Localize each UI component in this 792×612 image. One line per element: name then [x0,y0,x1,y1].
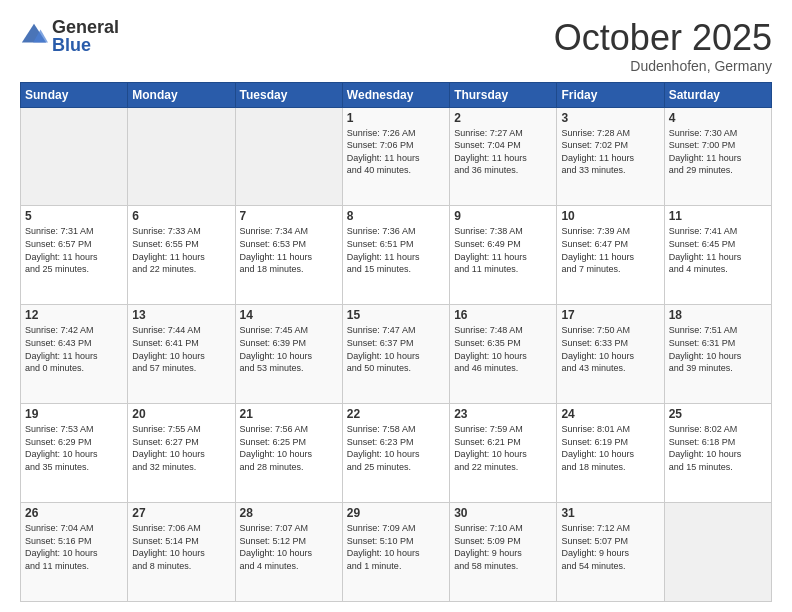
day-info-6: Sunrise: 7:33 AM Sunset: 6:55 PM Dayligh… [132,225,230,275]
cell-0-2 [235,107,342,206]
day-info-17: Sunrise: 7:50 AM Sunset: 6:33 PM Dayligh… [561,324,659,374]
day-info-9: Sunrise: 7:38 AM Sunset: 6:49 PM Dayligh… [454,225,552,275]
cell-3-0: 19Sunrise: 7:53 AM Sunset: 6:29 PM Dayli… [21,404,128,503]
logo-general-text: General [52,18,119,36]
cell-0-5: 3Sunrise: 7:28 AM Sunset: 7:02 PM Daylig… [557,107,664,206]
location: Dudenhofen, Germany [554,58,772,74]
day-number-14: 14 [240,308,338,322]
month-title: October 2025 [554,18,772,58]
day-info-31: Sunrise: 7:12 AM Sunset: 5:07 PM Dayligh… [561,522,659,572]
col-friday: Friday [557,82,664,107]
header: General Blue October 2025 Dudenhofen, Ge… [20,18,772,74]
day-info-8: Sunrise: 7:36 AM Sunset: 6:51 PM Dayligh… [347,225,445,275]
day-info-12: Sunrise: 7:42 AM Sunset: 6:43 PM Dayligh… [25,324,123,374]
day-number-9: 9 [454,209,552,223]
day-number-4: 4 [669,111,767,125]
day-info-18: Sunrise: 7:51 AM Sunset: 6:31 PM Dayligh… [669,324,767,374]
day-number-1: 1 [347,111,445,125]
day-number-16: 16 [454,308,552,322]
cell-3-6: 25Sunrise: 8:02 AM Sunset: 6:18 PM Dayli… [664,404,771,503]
day-number-19: 19 [25,407,123,421]
day-info-20: Sunrise: 7:55 AM Sunset: 6:27 PM Dayligh… [132,423,230,473]
logo-icon [20,22,48,50]
day-info-14: Sunrise: 7:45 AM Sunset: 6:39 PM Dayligh… [240,324,338,374]
cell-3-2: 21Sunrise: 7:56 AM Sunset: 6:25 PM Dayli… [235,404,342,503]
day-info-10: Sunrise: 7:39 AM Sunset: 6:47 PM Dayligh… [561,225,659,275]
day-number-7: 7 [240,209,338,223]
cell-2-3: 15Sunrise: 7:47 AM Sunset: 6:37 PM Dayli… [342,305,449,404]
title-block: October 2025 Dudenhofen, Germany [554,18,772,74]
day-info-26: Sunrise: 7:04 AM Sunset: 5:16 PM Dayligh… [25,522,123,572]
col-thursday: Thursday [450,82,557,107]
cell-1-4: 9Sunrise: 7:38 AM Sunset: 6:49 PM Daylig… [450,206,557,305]
day-number-6: 6 [132,209,230,223]
week-row-2: 12Sunrise: 7:42 AM Sunset: 6:43 PM Dayli… [21,305,772,404]
cell-0-4: 2Sunrise: 7:27 AM Sunset: 7:04 PM Daylig… [450,107,557,206]
day-number-2: 2 [454,111,552,125]
day-info-3: Sunrise: 7:28 AM Sunset: 7:02 PM Dayligh… [561,127,659,177]
day-number-25: 25 [669,407,767,421]
day-number-30: 30 [454,506,552,520]
day-number-15: 15 [347,308,445,322]
cell-3-4: 23Sunrise: 7:59 AM Sunset: 6:21 PM Dayli… [450,404,557,503]
cell-3-5: 24Sunrise: 8:01 AM Sunset: 6:19 PM Dayli… [557,404,664,503]
day-number-8: 8 [347,209,445,223]
col-monday: Monday [128,82,235,107]
col-tuesday: Tuesday [235,82,342,107]
day-number-11: 11 [669,209,767,223]
col-wednesday: Wednesday [342,82,449,107]
logo-blue-text: Blue [52,36,119,54]
week-row-1: 5Sunrise: 7:31 AM Sunset: 6:57 PM Daylig… [21,206,772,305]
cell-1-0: 5Sunrise: 7:31 AM Sunset: 6:57 PM Daylig… [21,206,128,305]
day-info-16: Sunrise: 7:48 AM Sunset: 6:35 PM Dayligh… [454,324,552,374]
day-number-27: 27 [132,506,230,520]
cell-2-0: 12Sunrise: 7:42 AM Sunset: 6:43 PM Dayli… [21,305,128,404]
cell-4-4: 30Sunrise: 7:10 AM Sunset: 5:09 PM Dayli… [450,503,557,602]
cell-4-1: 27Sunrise: 7:06 AM Sunset: 5:14 PM Dayli… [128,503,235,602]
week-row-0: 1Sunrise: 7:26 AM Sunset: 7:06 PM Daylig… [21,107,772,206]
day-info-15: Sunrise: 7:47 AM Sunset: 6:37 PM Dayligh… [347,324,445,374]
day-number-18: 18 [669,308,767,322]
cell-1-6: 11Sunrise: 7:41 AM Sunset: 6:45 PM Dayli… [664,206,771,305]
day-info-13: Sunrise: 7:44 AM Sunset: 6:41 PM Dayligh… [132,324,230,374]
day-info-7: Sunrise: 7:34 AM Sunset: 6:53 PM Dayligh… [240,225,338,275]
day-number-20: 20 [132,407,230,421]
day-info-30: Sunrise: 7:10 AM Sunset: 5:09 PM Dayligh… [454,522,552,572]
day-number-3: 3 [561,111,659,125]
day-number-17: 17 [561,308,659,322]
day-info-28: Sunrise: 7:07 AM Sunset: 5:12 PM Dayligh… [240,522,338,572]
cell-0-6: 4Sunrise: 7:30 AM Sunset: 7:00 PM Daylig… [664,107,771,206]
cell-1-2: 7Sunrise: 7:34 AM Sunset: 6:53 PM Daylig… [235,206,342,305]
day-info-4: Sunrise: 7:30 AM Sunset: 7:00 PM Dayligh… [669,127,767,177]
cell-3-3: 22Sunrise: 7:58 AM Sunset: 6:23 PM Dayli… [342,404,449,503]
logo-text: General Blue [52,18,119,54]
cell-2-2: 14Sunrise: 7:45 AM Sunset: 6:39 PM Dayli… [235,305,342,404]
day-number-22: 22 [347,407,445,421]
header-row: Sunday Monday Tuesday Wednesday Thursday… [21,82,772,107]
cell-2-1: 13Sunrise: 7:44 AM Sunset: 6:41 PM Dayli… [128,305,235,404]
cell-4-0: 26Sunrise: 7:04 AM Sunset: 5:16 PM Dayli… [21,503,128,602]
day-info-22: Sunrise: 7:58 AM Sunset: 6:23 PM Dayligh… [347,423,445,473]
week-row-3: 19Sunrise: 7:53 AM Sunset: 6:29 PM Dayli… [21,404,772,503]
day-number-24: 24 [561,407,659,421]
day-info-27: Sunrise: 7:06 AM Sunset: 5:14 PM Dayligh… [132,522,230,572]
day-number-5: 5 [25,209,123,223]
cell-1-3: 8Sunrise: 7:36 AM Sunset: 6:51 PM Daylig… [342,206,449,305]
cell-1-1: 6Sunrise: 7:33 AM Sunset: 6:55 PM Daylig… [128,206,235,305]
day-number-21: 21 [240,407,338,421]
logo: General Blue [20,18,119,54]
cell-4-2: 28Sunrise: 7:07 AM Sunset: 5:12 PM Dayli… [235,503,342,602]
cell-0-1 [128,107,235,206]
cell-4-5: 31Sunrise: 7:12 AM Sunset: 5:07 PM Dayli… [557,503,664,602]
day-info-29: Sunrise: 7:09 AM Sunset: 5:10 PM Dayligh… [347,522,445,572]
page: General Blue October 2025 Dudenhofen, Ge… [0,0,792,612]
day-info-19: Sunrise: 7:53 AM Sunset: 6:29 PM Dayligh… [25,423,123,473]
cell-2-6: 18Sunrise: 7:51 AM Sunset: 6:31 PM Dayli… [664,305,771,404]
week-row-4: 26Sunrise: 7:04 AM Sunset: 5:16 PM Dayli… [21,503,772,602]
day-number-28: 28 [240,506,338,520]
day-number-13: 13 [132,308,230,322]
day-info-23: Sunrise: 7:59 AM Sunset: 6:21 PM Dayligh… [454,423,552,473]
day-info-25: Sunrise: 8:02 AM Sunset: 6:18 PM Dayligh… [669,423,767,473]
day-info-24: Sunrise: 8:01 AM Sunset: 6:19 PM Dayligh… [561,423,659,473]
calendar-header: Sunday Monday Tuesday Wednesday Thursday… [21,82,772,107]
